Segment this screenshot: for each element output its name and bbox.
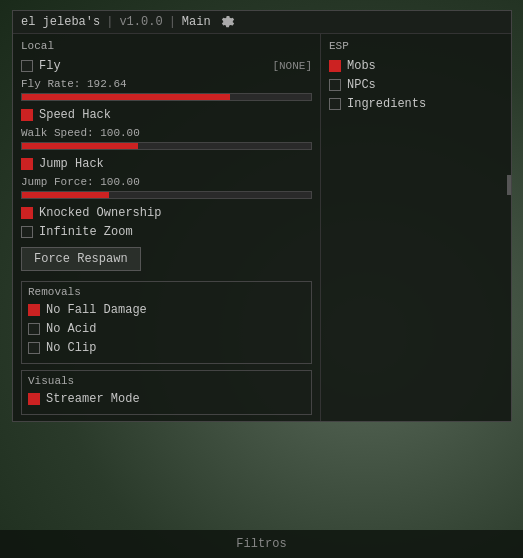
force-respawn-button[interactable]: Force Respawn bbox=[21, 247, 141, 271]
jump-force-slider[interactable] bbox=[21, 191, 312, 199]
sep1: | bbox=[106, 15, 113, 29]
infinite-zoom-label: Infinite Zoom bbox=[39, 225, 133, 239]
fly-label: Fly bbox=[39, 59, 61, 73]
version: v1.0.0 bbox=[119, 15, 162, 29]
right-panel: ESP Mobs NPCs Ingredients bbox=[321, 34, 511, 421]
removals-header: Removals bbox=[28, 286, 305, 298]
ingredients-label: Ingredients bbox=[347, 97, 426, 111]
mobs-row: Mobs bbox=[329, 58, 503, 74]
speed-hack-checkbox[interactable] bbox=[21, 109, 33, 121]
npcs-row: NPCs bbox=[329, 77, 503, 93]
section-local: Local bbox=[21, 40, 312, 52]
content-area: Local Fly [NONE] Fly Rate: 192.64 Speed … bbox=[13, 34, 511, 421]
bottom-text: Filtros bbox=[236, 537, 286, 551]
jump-hack-row: Jump Hack bbox=[21, 156, 312, 172]
removals-section: Removals No Fall Damage No Acid No Clip bbox=[21, 281, 312, 364]
speed-hack-label: Speed Hack bbox=[39, 108, 111, 122]
sep2: | bbox=[169, 15, 176, 29]
main-panel: el jeleba's | v1.0.0 | Main Local Fly [N… bbox=[12, 10, 512, 422]
title-bar: el jeleba's | v1.0.0 | Main bbox=[13, 11, 511, 34]
no-fall-damage-row: No Fall Damage bbox=[28, 302, 305, 318]
streamer-mode-label: Streamer Mode bbox=[46, 392, 140, 406]
walk-speed-label: Walk Speed: 100.00 bbox=[21, 127, 312, 139]
fly-row: Fly [NONE] bbox=[21, 58, 312, 74]
no-acid-row: No Acid bbox=[28, 321, 305, 337]
scroll-indicator[interactable] bbox=[507, 175, 511, 195]
app-name: el jeleba's bbox=[21, 15, 100, 29]
streamer-mode-row: Streamer Mode bbox=[28, 391, 305, 407]
bottom-bar: Filtros bbox=[0, 530, 523, 558]
fly-keybind[interactable]: [NONE] bbox=[272, 60, 312, 72]
fly-rate-slider[interactable] bbox=[21, 93, 312, 101]
no-fall-damage-label: No Fall Damage bbox=[46, 303, 147, 317]
speed-hack-row: Speed Hack bbox=[21, 107, 312, 123]
knocked-ownership-row: Knocked Ownership bbox=[21, 205, 312, 221]
infinite-zoom-row: Infinite Zoom bbox=[21, 224, 312, 240]
walk-speed-slider[interactable] bbox=[21, 142, 312, 150]
jump-force-label: Jump Force: 100.00 bbox=[21, 176, 312, 188]
walk-speed-fill bbox=[22, 143, 138, 149]
visuals-section: Visuals Streamer Mode bbox=[21, 370, 312, 415]
no-clip-label: No Clip bbox=[46, 341, 96, 355]
knocked-ownership-checkbox[interactable] bbox=[21, 207, 33, 219]
tab-main[interactable]: Main bbox=[182, 15, 211, 29]
mobs-label: Mobs bbox=[347, 59, 376, 73]
no-fall-damage-checkbox[interactable] bbox=[28, 304, 40, 316]
gear-icon[interactable] bbox=[221, 15, 235, 29]
no-acid-label: No Acid bbox=[46, 322, 96, 336]
fly-rate-fill bbox=[22, 94, 230, 100]
no-clip-row: No Clip bbox=[28, 340, 305, 356]
jump-hack-checkbox[interactable] bbox=[21, 158, 33, 170]
knocked-ownership-label: Knocked Ownership bbox=[39, 206, 161, 220]
left-panel: Local Fly [NONE] Fly Rate: 192.64 Speed … bbox=[13, 34, 321, 421]
esp-header: ESP bbox=[329, 40, 503, 52]
fly-rate-label: Fly Rate: 192.64 bbox=[21, 78, 312, 90]
streamer-mode-checkbox[interactable] bbox=[28, 393, 40, 405]
ingredients-checkbox[interactable] bbox=[329, 98, 341, 110]
jump-force-fill bbox=[22, 192, 109, 198]
npcs-checkbox[interactable] bbox=[329, 79, 341, 91]
ingredients-row: Ingredients bbox=[329, 96, 503, 112]
infinite-zoom-checkbox[interactable] bbox=[21, 226, 33, 238]
no-clip-checkbox[interactable] bbox=[28, 342, 40, 354]
visuals-header: Visuals bbox=[28, 375, 305, 387]
npcs-label: NPCs bbox=[347, 78, 376, 92]
jump-hack-label: Jump Hack bbox=[39, 157, 104, 171]
no-acid-checkbox[interactable] bbox=[28, 323, 40, 335]
mobs-checkbox[interactable] bbox=[329, 60, 341, 72]
fly-checkbox[interactable] bbox=[21, 60, 33, 72]
